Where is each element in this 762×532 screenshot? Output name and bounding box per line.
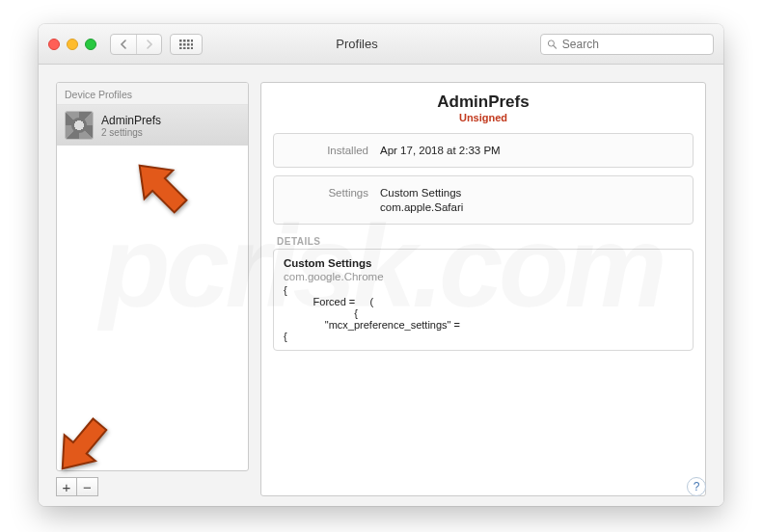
detail-title: AdminPrefs: [273, 93, 694, 112]
svg-rect-9: [183, 47, 186, 49]
settings-value-2: com.apple.Safari: [380, 201, 463, 213]
details-section-label: DETAILS: [273, 232, 694, 249]
settings-card: Settings Custom Settings com.apple.Safar…: [273, 175, 694, 225]
profile-name: AdminPrefs: [101, 114, 161, 127]
minimize-window-icon[interactable]: [67, 39, 78, 50]
help-button[interactable]: ?: [687, 477, 706, 496]
preferences-window: Profiles Device Profiles AdminPrefs 2 se…: [39, 24, 723, 506]
settings-value-1: Custom Settings: [380, 187, 461, 199]
svg-rect-11: [191, 47, 193, 49]
details-heading: Custom Settings: [284, 257, 683, 269]
svg-rect-3: [191, 40, 193, 42]
add-remove-toolbar: + −: [56, 477, 249, 496]
add-profile-button[interactable]: +: [56, 477, 77, 496]
profile-meta: AdminPrefs 2 settings: [101, 114, 161, 138]
window-body: Device Profiles AdminPrefs 2 settings + …: [39, 65, 723, 506]
details-body: Custom Settings com.google.Chrome { Forc…: [273, 249, 694, 351]
search-input[interactable]: [562, 38, 707, 51]
svg-rect-1: [183, 40, 186, 42]
search-field-wrapper[interactable]: [540, 34, 714, 55]
svg-rect-7: [191, 43, 193, 46]
window-title: Profiles: [210, 37, 532, 51]
search-icon: [547, 39, 558, 50]
profile-list: Device Profiles AdminPrefs 2 settings: [56, 82, 249, 471]
status-badge: Unsigned: [273, 112, 694, 123]
section-header: Device Profiles: [57, 83, 248, 105]
svg-rect-10: [187, 47, 190, 49]
zoom-window-icon[interactable]: [85, 39, 96, 50]
details-domain: com.google.Chrome: [284, 271, 384, 282]
close-window-icon[interactable]: [48, 39, 60, 50]
gear-icon: [65, 111, 94, 140]
show-all-button[interactable]: [170, 34, 203, 55]
svg-rect-6: [187, 43, 190, 46]
back-button[interactable]: [111, 35, 136, 54]
svg-rect-2: [187, 40, 190, 42]
svg-rect-5: [183, 43, 186, 46]
installed-value: Apr 17, 2018 at 2:33 PM: [380, 145, 501, 156]
settings-label: Settings: [284, 187, 368, 199]
svg-rect-8: [179, 47, 182, 49]
installed-label: Installed: [284, 145, 368, 156]
svg-rect-0: [179, 40, 182, 42]
window-controls: [48, 39, 102, 50]
svg-rect-4: [179, 43, 182, 46]
titlebar: Profiles: [39, 24, 723, 65]
nav-back-forward: [110, 34, 162, 55]
details-code: { Forced = ( { "mcx_preference_settings"…: [284, 284, 683, 342]
installed-card: Installed Apr 17, 2018 at 2:33 PM: [273, 133, 694, 168]
svg-line-13: [554, 45, 557, 48]
remove-profile-button[interactable]: −: [77, 477, 98, 496]
forward-button[interactable]: [136, 35, 161, 54]
profile-row-adminprefs[interactable]: AdminPrefs 2 settings: [57, 105, 248, 146]
profile-subtitle: 2 settings: [101, 127, 161, 138]
sidebar: Device Profiles AdminPrefs 2 settings + …: [56, 82, 249, 496]
detail-pane: AdminPrefs Unsigned Installed Apr 17, 20…: [260, 82, 706, 496]
